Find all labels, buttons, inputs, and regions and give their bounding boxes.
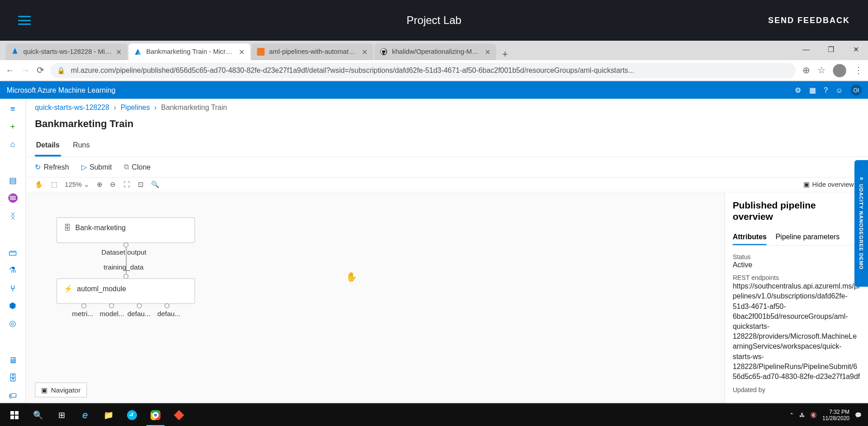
close-icon[interactable]: ✕ (362, 47, 368, 56)
svg-rect-7 (130, 415, 131, 416)
hamburger-icon[interactable] (18, 16, 31, 25)
tab-runs[interactable]: Runs (72, 135, 91, 156)
port-label: defau... (157, 310, 180, 317)
browser-tab-github[interactable]: khalidw/Operationalizing-Machi ✕ (374, 43, 496, 60)
start-button[interactable] (3, 404, 26, 426)
send-feedback-button[interactable]: SEND FEEDBACK (768, 16, 850, 25)
rail-datasets-icon[interactable]: 🗃 (8, 247, 18, 257)
zoom-out-icon[interactable]: ⊖ (110, 181, 115, 189)
chrome-menu-icon[interactable]: ⋮ (854, 65, 863, 76)
chrome-button[interactable] (144, 404, 167, 426)
rail-experiments-icon[interactable]: ⚗ (8, 265, 18, 275)
docker-button[interactable] (120, 404, 144, 426)
rail-models-icon[interactable]: ⬢ (8, 301, 18, 311)
close-icon[interactable]: ✕ (116, 47, 122, 56)
rail-pipelines-icon[interactable]: ⑂ (8, 283, 18, 293)
volume-icon[interactable]: 🔇 (810, 412, 817, 418)
tab-details[interactable]: Details (35, 135, 61, 156)
bookmark-icon[interactable]: ☆ (817, 65, 825, 76)
rail-datastores-icon[interactable]: 🗄 (8, 373, 18, 383)
tray-chevron-icon[interactable]: ⌃ (789, 412, 794, 418)
pipeline-canvas[interactable]: 🗄 Bank-marketing Dataset output training… (26, 193, 868, 403)
settings-icon[interactable]: ⚙ (795, 86, 802, 94)
close-icon[interactable]: ✕ (485, 47, 491, 56)
pan-tool-icon[interactable]: ✋ (35, 181, 43, 189)
node-automl[interactable]: ⚡ automl_module (57, 279, 195, 304)
address-bar: ← → ⟳ 🔒 ml.azure.com/pipeline/published/… (0, 60, 868, 81)
url-input[interactable]: 🔒 ml.azure.com/pipeline/published/656d5c… (50, 62, 796, 78)
zoom-level[interactable]: 125% ⌄ (65, 181, 89, 189)
account-avatar[interactable]: OI (851, 85, 862, 96)
forward-button[interactable]: → (21, 66, 30, 76)
explorer-button[interactable]: 📁 (97, 404, 120, 426)
browser-tab-jupyter[interactable]: aml-pipelines-with-automated-m ✕ (251, 43, 373, 60)
rail-home-icon[interactable]: ⌂ (8, 139, 18, 149)
clone-button[interactable]: ⧉Clone (124, 163, 151, 172)
profile-avatar[interactable] (833, 64, 846, 77)
actual-size-icon[interactable]: ⊡ (138, 181, 143, 189)
breadcrumb: quick-starts-ws-128228 › Pipelines › Ban… (26, 99, 868, 116)
rail-automl-icon[interactable]: ♒ (8, 193, 18, 203)
search-icon[interactable]: 🔍 (151, 181, 159, 189)
help-icon[interactable]: ? (824, 86, 828, 94)
fit-screen-icon[interactable]: ⛶ (123, 181, 130, 189)
rail-notebooks-icon[interactable]: ▤ (8, 175, 18, 185)
breadcrumb-pipelines[interactable]: Pipelines (121, 103, 150, 111)
updated-by-label: Updated by (733, 386, 861, 393)
reload-button[interactable]: ⟳ (37, 65, 44, 76)
output-port[interactable] (137, 303, 142, 308)
browser-tab-azure[interactable]: quick-starts-ws-128228 - Microso ✕ (5, 43, 127, 60)
udacity-demo-tab[interactable]: « UDACITY NANODEGREE DEMO (854, 160, 868, 287)
azure-brand: Microsoft Azure Machine Learning (7, 86, 116, 94)
page-title: Bankmarketing Train (26, 116, 868, 136)
git-button[interactable] (167, 404, 191, 426)
clock[interactable]: 7:32 PM 11/28/2020 (822, 409, 849, 422)
output-port[interactable] (123, 242, 128, 247)
search-button[interactable]: 🔍 (26, 404, 50, 426)
action-bar: ↻Refresh ▷Submit ⧉Clone (26, 157, 868, 177)
directory-icon[interactable]: ▦ (809, 86, 816, 94)
rail-designer-icon[interactable]: ᛝ (8, 211, 18, 221)
hide-overview-button[interactable]: ▣Hide overview (803, 181, 854, 189)
overview-tabs: Attributes Pipeline parameters (733, 229, 861, 246)
rail-endpoints-icon[interactable]: ◎ (8, 318, 18, 328)
rail-compute-icon[interactable]: 🖥 (8, 355, 18, 365)
navigator-icon: ▣ (41, 386, 48, 394)
zoom-indicator-icon[interactable]: ⊕ (802, 65, 810, 76)
tab-pipeline-parameters[interactable]: Pipeline parameters (775, 229, 840, 246)
submit-button[interactable]: ▷Submit (81, 163, 112, 171)
rest-value: https://southcentralus.api.azureml.ms/pi… (733, 281, 861, 382)
rail-new-icon[interactable]: ＋ (8, 121, 18, 131)
navigator-button[interactable]: ▣ Navigator (35, 383, 87, 398)
tab-attributes[interactable]: Attributes (733, 229, 767, 246)
node-label: Bank-marketing (75, 223, 126, 232)
rail-menu-icon[interactable]: ≡ (8, 103, 18, 113)
output-port[interactable] (109, 303, 114, 308)
minimize-button[interactable]: — (793, 41, 818, 57)
port-label: defau... (127, 310, 151, 317)
output-port[interactable] (165, 303, 170, 308)
notifications-icon[interactable]: 💬 (855, 412, 862, 418)
network-icon[interactable]: 🖧 (799, 412, 805, 418)
rail-labeling-icon[interactable]: 🏷 (8, 390, 18, 400)
svg-rect-8 (132, 415, 133, 416)
page-tabs: Details Runs (26, 135, 868, 157)
task-view-button[interactable]: ⊞ (50, 404, 73, 426)
ie-button[interactable]: e (73, 404, 97, 426)
select-tool-icon[interactable]: ⬚ (51, 181, 57, 189)
back-button[interactable]: ← (5, 66, 14, 76)
browser-tab-active[interactable]: Bankmarketing Train - Microsoft ✕ (128, 43, 250, 60)
close-window-button[interactable]: ✕ (844, 41, 868, 57)
breadcrumb-workspace[interactable]: quick-starts-ws-128228 (35, 103, 109, 111)
tab-title: quick-starts-ws-128228 - Microso (23, 48, 112, 56)
close-icon[interactable]: ✕ (239, 47, 245, 56)
smiley-icon[interactable]: ☺ (835, 86, 843, 94)
maximize-button[interactable]: ❐ (819, 41, 844, 57)
zoom-in-icon[interactable]: ⊕ (97, 181, 102, 189)
output-port[interactable] (81, 303, 86, 308)
chevron-down-icon: ⌄ (84, 181, 89, 189)
new-tab-button[interactable]: + (497, 48, 513, 60)
windows-icon (10, 411, 19, 419)
refresh-button[interactable]: ↻Refresh (35, 163, 69, 171)
node-dataset[interactable]: 🗄 Bank-marketing (57, 218, 195, 243)
